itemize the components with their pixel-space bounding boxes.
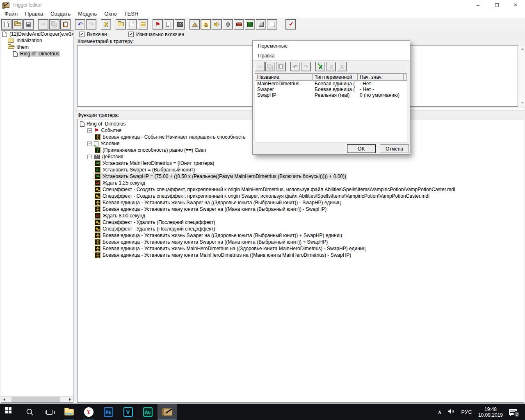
function-row[interactable]: Боевая единица - Установить ману юнита S…: [78, 239, 524, 245]
copy-button[interactable]: [265, 62, 275, 71]
tray-chevron-icon[interactable]: [438, 409, 442, 415]
yandex-browser-app[interactable]: Y: [79, 404, 98, 420]
audition-app[interactable]: Au: [138, 404, 158, 420]
function-row[interactable]: Боевая единица - Установить жизнь MainHe…: [78, 245, 524, 252]
collapse-toggle-icon[interactable]: [87, 128, 92, 133]
new-variable-button[interactable]: [315, 62, 325, 71]
function-row[interactable]: Ждать 8.00 секунд: [78, 212, 524, 219]
task-view-button[interactable]: [39, 404, 59, 420]
ai-editor-button[interactable]: [245, 19, 255, 30]
search-button[interactable]: [20, 404, 39, 420]
function-row[interactable]: Спецэффект - Удалить (Последний спецэффе…: [78, 219, 524, 226]
rename-variable-button[interactable]: [326, 62, 336, 71]
scroll-right-icon[interactable]: [67, 397, 73, 403]
column-header[interactable]: Нач. знач.: [358, 74, 404, 81]
file-explorer-app[interactable]: [59, 404, 79, 420]
au-icon: Au: [143, 407, 153, 417]
function-row[interactable]: Установить MainHeroDimetrius = (Юнит три…: [78, 160, 524, 167]
redo-button[interactable]: [86, 19, 96, 30]
delete-x-button[interactable]: [101, 19, 111, 30]
collapse-toggle-icon[interactable]: [87, 155, 92, 159]
function-row[interactable]: Спецэффект - Удалить (Последний спецэффе…: [78, 226, 524, 232]
new-action-button[interactable]: [175, 19, 185, 30]
paste-button[interactable]: [276, 62, 286, 71]
undo-button[interactable]: [290, 62, 300, 71]
function-row[interactable]: Боевая единица - Установить жизнь Swaper…: [78, 232, 524, 239]
language-indicator[interactable]: РУС: [461, 409, 472, 415]
restore-button[interactable]: [487, 0, 506, 10]
paste-button[interactable]: [60, 19, 71, 30]
check-list-button[interactable]: [285, 19, 296, 30]
new-document-button[interactable]: [1, 19, 11, 30]
open-map-button[interactable]: [12, 19, 23, 30]
object-editor-button[interactable]: [223, 19, 233, 30]
new-event-button[interactable]: [153, 19, 163, 30]
function-row[interactable]: Ждать 1.25 секунд: [78, 180, 524, 186]
menubar-item[interactable]: Модуль: [74, 11, 100, 17]
vegas-app[interactable]: V: [118, 404, 138, 420]
menubar-item[interactable]: Окно: [100, 11, 120, 17]
function-row[interactable]: Установить SwapHP = (75.00 + ((0.50 x (Р…: [78, 173, 524, 180]
variable-row[interactable]: SwapHPРеальная (real)0 (по умолчанию): [255, 92, 407, 98]
scrollbar-thumb[interactable]: [11, 397, 60, 402]
new-document-icon: [4, 22, 9, 27]
volume-icon[interactable]: [447, 409, 455, 415]
close-button[interactable]: [506, 0, 525, 10]
tree-horizontal-scrollbar[interactable]: [1, 396, 73, 402]
column-header[interactable]: Тип переменной: [313, 74, 358, 81]
campaign-editor-button[interactable]: [234, 19, 244, 30]
enabled-checkbox[interactable]: [79, 32, 84, 37]
variable-row[interactable]: SwaperБоевая единица (- Нет -: [255, 87, 407, 92]
scroll-up-icon[interactable]: [519, 46, 525, 52]
redo-button[interactable]: [301, 62, 311, 71]
tree-item[interactable]: Ring of Dimetrius: [1, 50, 73, 57]
notifications-icon[interactable]: 2: [509, 409, 517, 415]
comment-scrollbar[interactable]: [519, 46, 525, 106]
object-editor-icon: [226, 22, 230, 27]
function-row[interactable]: Спецэффект - Создать спецэффект, прикреп…: [78, 186, 524, 193]
tree-item[interactable]: Ithem: [1, 44, 73, 50]
scroll-left-icon[interactable]: [1, 397, 7, 403]
new-comment-button[interactable]: [138, 19, 148, 30]
column-header[interactable]: Название:: [255, 74, 313, 81]
new-trigger-button[interactable]: [127, 19, 137, 30]
start-button[interactable]: [0, 404, 20, 420]
function-row[interactable]: Боевая единица - Установить жизнь Swaper…: [78, 199, 524, 206]
ps-icon: Ps: [104, 407, 113, 417]
variable-row[interactable]: MainHeroDimetriusБоевая единица (- Нет -: [255, 81, 407, 87]
collapse-toggle-icon[interactable]: [87, 142, 92, 146]
scroll-down-icon[interactable]: [519, 100, 525, 106]
new-condition-button[interactable]: [164, 19, 174, 30]
dialog-menubar-item[interactable]: Правка: [255, 53, 278, 59]
photoshop-app[interactable]: Ps: [98, 404, 118, 420]
cancel-button[interactable]: Отмена: [380, 144, 409, 153]
tree-item[interactable]: (12)DivideAndConquer(e.w3x: [1, 31, 73, 37]
tree-item[interactable]: Initialization: [1, 37, 73, 44]
save-map-button[interactable]: [23, 19, 34, 30]
trigger-editor-button[interactable]: [201, 19, 211, 30]
menubar-item[interactable]: TESH: [121, 11, 142, 17]
sound-editor-button[interactable]: [212, 19, 222, 30]
function-row[interactable]: Спецэффект - Создать спецэффект, прикреп…: [78, 193, 524, 199]
menubar-item[interactable]: Файл: [1, 11, 21, 17]
minimize-button[interactable]: [468, 0, 487, 10]
function-row[interactable]: Установить Swaper = (Выбранный юнит): [78, 167, 524, 173]
cut-button[interactable]: [255, 62, 265, 71]
function-row[interactable]: Боевая единица - Установить ману юнита S…: [78, 206, 524, 212]
function-label: Боевая единица - Установить жизнь Swaper…: [103, 233, 342, 238]
terrain-editor-button[interactable]: [189, 19, 200, 30]
function-row[interactable]: Боевая единица - Установить ману юнита M…: [78, 252, 524, 258]
delete-variable-button[interactable]: [337, 62, 347, 71]
undo-button[interactable]: [75, 19, 85, 30]
initially-on-checkbox[interactable]: [128, 32, 134, 37]
menubar-item[interactable]: Создать: [47, 11, 74, 17]
menubar-item[interactable]: Правка: [21, 11, 47, 17]
clock[interactable]: 19:48 10.09.2019: [478, 406, 503, 418]
world-editor-app[interactable]: [158, 404, 177, 420]
cut-button[interactable]: [38, 19, 48, 30]
ok-button[interactable]: OK: [347, 144, 376, 153]
import-manager-button[interactable]: [267, 19, 277, 30]
copy-button[interactable]: [49, 19, 59, 30]
new-category-button[interactable]: [116, 19, 126, 30]
object-manager-button[interactable]: [256, 19, 266, 30]
